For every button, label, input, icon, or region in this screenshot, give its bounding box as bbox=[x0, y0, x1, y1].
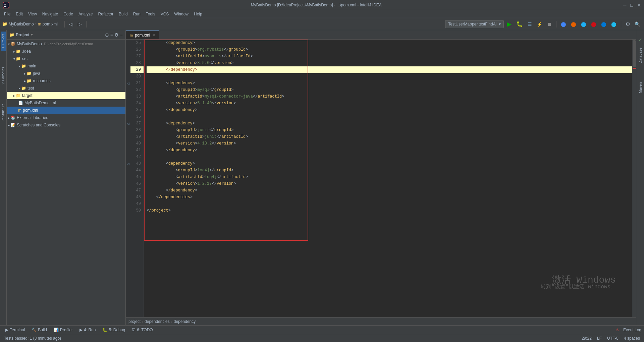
code-line-25[interactable]: <dependency> bbox=[147, 40, 632, 46]
cursor-position[interactable]: 29:22 bbox=[582, 336, 592, 341]
maximize-button[interactable]: □ bbox=[631, 2, 633, 8]
terminal-tab[interactable]: ▶ Terminal bbox=[3, 327, 28, 333]
settings-button[interactable]: ⚙ bbox=[624, 20, 632, 28]
menu-refactor[interactable]: Refactor bbox=[96, 11, 116, 17]
tab-pom-xml[interactable]: m pom.xml ✕ bbox=[126, 31, 159, 39]
maven-panel-tab[interactable]: Maven bbox=[638, 79, 643, 96]
tab-close-icon[interactable]: ✕ bbox=[152, 33, 155, 37]
breadcrumb-dependency[interactable]: dependency bbox=[174, 319, 196, 324]
tree-item-target[interactable]: ▸ 📁 target bbox=[7, 92, 125, 99]
code-line-34[interactable]: <version>5.1.40</version> bbox=[147, 100, 632, 107]
tree-item-iml[interactable]: 📄 MyBatisDemo.iml bbox=[7, 99, 125, 107]
code-line-47[interactable]: </dependency> bbox=[147, 187, 632, 194]
code-line-40[interactable]: <version>4.13.2</version> bbox=[147, 140, 632, 147]
tree-item-java[interactable]: ▸ 📁 java bbox=[7, 70, 125, 77]
code-line-48[interactable]: </dependencies> bbox=[147, 194, 632, 201]
code-line-41[interactable]: </dependency> bbox=[147, 147, 632, 154]
code-line-37[interactable]: <dependency> bbox=[147, 120, 632, 127]
dropdown-arrow[interactable]: ▾ bbox=[31, 33, 33, 37]
code-line-39[interactable]: <artifactId>junit</artifactId> bbox=[147, 133, 632, 140]
ie-icon[interactable]: ⬤ bbox=[609, 20, 618, 28]
tree-item-idea[interactable]: ▸ 📁 .idea bbox=[7, 48, 125, 55]
tree-item-external[interactable]: ▸ 📚 External Libraries bbox=[7, 114, 125, 121]
menu-build[interactable]: Build bbox=[116, 11, 130, 17]
tree-item-pom[interactable]: m pom.xml bbox=[7, 107, 125, 114]
opera-icon[interactable]: ⬤ bbox=[589, 20, 598, 28]
profile-button[interactable]: ⚡ bbox=[535, 20, 544, 28]
code-line-30[interactable] bbox=[147, 73, 632, 80]
menu-vcs[interactable]: VCS bbox=[158, 11, 172, 17]
project-panel-tab[interactable]: 1: Project bbox=[1, 32, 6, 51]
code-line-46[interactable]: <version>1.2.17</version> bbox=[147, 180, 632, 187]
debug-tab[interactable]: 🐛 5: Debug bbox=[100, 327, 128, 333]
breadcrumb-project[interactable]: project bbox=[128, 319, 141, 324]
minimize-button[interactable]: ─ bbox=[623, 2, 627, 8]
tree-item-root[interactable]: ▾ 📦 MyBatisDemo D:\IdeaProjects\MyBatisD… bbox=[7, 40, 125, 48]
code-line-44[interactable]: <groupId>log4j</groupId> bbox=[147, 167, 632, 174]
tree-item-scratches[interactable]: ▸ 📝 Scratches and Consoles bbox=[7, 121, 125, 129]
run-button[interactable]: ▶ bbox=[505, 19, 513, 29]
code-line-45[interactable]: <artifactId>log4j</artifactId> bbox=[147, 174, 632, 180]
menu-window[interactable]: Window bbox=[171, 11, 191, 17]
code-line-42[interactable] bbox=[147, 154, 632, 160]
menu-analyze[interactable]: Analyze bbox=[76, 11, 96, 17]
code-line-35[interactable]: </dependency> bbox=[147, 107, 632, 113]
code-line-49[interactable] bbox=[147, 201, 632, 207]
locate-icon[interactable]: ⊕ bbox=[105, 32, 109, 38]
code-line-31[interactable]: <dependency> bbox=[147, 80, 632, 87]
stop-button[interactable]: ⏹ bbox=[545, 20, 553, 28]
code-line-50[interactable]: </project> bbox=[147, 207, 632, 214]
editor-content[interactable]: ◁ ◁ ◁ bbox=[126, 40, 636, 317]
tree-item-src[interactable]: ▾ 📁 src bbox=[7, 55, 125, 62]
menu-run[interactable]: Run bbox=[130, 11, 143, 17]
project-name[interactable]: MyBatisDemo bbox=[9, 22, 34, 26]
scrollbar-thumb[interactable] bbox=[633, 40, 636, 67]
editor-scrollbar[interactable] bbox=[632, 40, 636, 317]
code-line-26[interactable]: <groupId>org.mybatis</groupId> bbox=[147, 46, 632, 53]
tree-item-test[interactable]: ▸ 📁 test bbox=[7, 84, 125, 92]
code-editor[interactable]: <dependency> <groupId>org.mybatis</group… bbox=[144, 40, 632, 317]
code-line-43[interactable]: <dependency> bbox=[147, 160, 632, 167]
todo-tab[interactable]: ☑ 6: TODO bbox=[129, 327, 156, 333]
code-line-33[interactable]: <artifactId>mysql-connector-java</artifa… bbox=[147, 93, 632, 100]
safari-icon[interactable]: ⬤ bbox=[579, 20, 588, 28]
settings-icon[interactable]: ⚙ bbox=[114, 32, 119, 38]
close-button[interactable]: ✕ bbox=[637, 2, 641, 8]
event-log-label[interactable]: Event Log bbox=[623, 328, 641, 332]
debug-button[interactable]: 🐛 bbox=[515, 20, 525, 28]
coverage-button[interactable]: ☰ bbox=[526, 20, 534, 28]
code-line-36[interactable] bbox=[147, 113, 632, 120]
forward-button[interactable]: ▷ bbox=[76, 20, 84, 28]
menu-view[interactable]: View bbox=[25, 11, 40, 17]
code-line-27[interactable]: <artifactId>mybatis</artifactId> bbox=[147, 53, 632, 60]
menu-code[interactable]: Code bbox=[61, 11, 76, 17]
edge-icon[interactable]: ⬤ bbox=[599, 20, 608, 28]
favorites-panel-tab[interactable]: 2: Favorites bbox=[1, 64, 6, 87]
menu-help[interactable]: Help bbox=[191, 11, 205, 17]
chrome-icon[interactable]: ⬤ bbox=[559, 20, 568, 28]
code-line-29[interactable]: </dependency> bbox=[147, 66, 632, 73]
database-panel-tab[interactable]: Database bbox=[638, 45, 643, 66]
menu-edit[interactable]: Edit bbox=[13, 11, 25, 17]
breadcrumb-dependencies[interactable]: dependencies bbox=[145, 319, 170, 324]
back-button[interactable]: ◁ bbox=[67, 20, 75, 28]
firefox-icon[interactable]: ⬤ bbox=[569, 20, 578, 28]
tree-item-main[interactable]: ▾ 📁 main bbox=[7, 62, 125, 70]
menu-navigate[interactable]: Navigate bbox=[40, 11, 61, 17]
collapse-icon[interactable]: ≡ bbox=[110, 32, 113, 38]
close-tree-icon[interactable]: − bbox=[120, 32, 123, 38]
structure-panel-tab[interactable]: 7: Structure bbox=[1, 101, 6, 124]
line-ending[interactable]: LF bbox=[597, 336, 602, 341]
code-line-28[interactable]: <version>3.5.6</version> bbox=[147, 60, 632, 66]
indent[interactable]: 4 spaces bbox=[624, 336, 640, 341]
code-line-38[interactable]: <groupId>junit</groupId> bbox=[147, 127, 632, 133]
build-tab[interactable]: 🔨 Build bbox=[29, 327, 50, 333]
run-config-selector[interactable]: TestUserMapper.testFindAll ▾ bbox=[445, 20, 504, 28]
menu-file[interactable]: File bbox=[1, 11, 13, 17]
encoding[interactable]: UTF-8 bbox=[607, 336, 619, 341]
search-button[interactable]: 🔍 bbox=[633, 20, 642, 28]
menu-tools[interactable]: Tools bbox=[143, 11, 158, 17]
code-line-32[interactable]: <groupId>mysql</groupId> bbox=[147, 87, 632, 93]
profiler-tab[interactable]: 📊 Profiler bbox=[51, 327, 75, 333]
run-tab[interactable]: ▶ 4: Run bbox=[77, 327, 98, 333]
